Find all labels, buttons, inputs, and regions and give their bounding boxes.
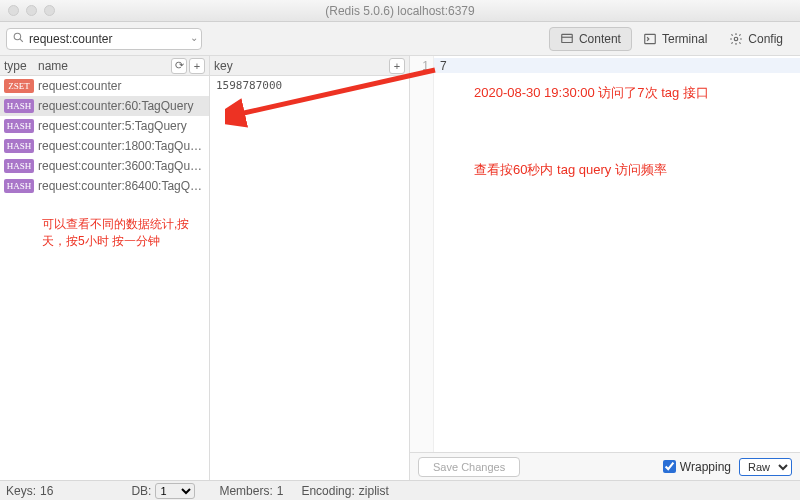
minimize-dot[interactable] (26, 5, 37, 16)
key-row[interactable]: ZSETrequest:counter (0, 76, 209, 96)
window-titlebar: (Redis 5.0.6) localhost:6379 (0, 0, 800, 22)
editor-body[interactable]: 7 2020-08-30 19:30:00 访问了7次 tag 接口 查看按60… (434, 56, 800, 452)
svg-point-0 (14, 33, 21, 40)
key-row[interactable]: HASHrequest:counter:5:TagQuery (0, 116, 209, 136)
content-icon (560, 32, 574, 46)
svg-point-5 (735, 37, 739, 41)
add-key-icon[interactable]: + (189, 58, 205, 74)
chevron-down-icon[interactable]: ⌄ (190, 32, 198, 43)
svg-rect-2 (562, 34, 573, 42)
type-badge: HASH (4, 99, 34, 113)
type-badge: HASH (4, 139, 34, 153)
tab-content[interactable]: Content (549, 27, 632, 51)
format-select[interactable]: Raw (739, 458, 792, 476)
status-bar: Keys: 16 DB: 1 Members: 1 Encoding: zipl… (0, 480, 800, 500)
svg-line-1 (20, 39, 23, 42)
line-gutter: 1 (410, 56, 434, 452)
col-key[interactable]: key (214, 59, 387, 73)
save-button[interactable]: Save Changes (418, 457, 520, 477)
key-name: request:counter (38, 79, 205, 93)
refresh-icon[interactable]: ⟳ (171, 58, 187, 74)
type-badge: HASH (4, 159, 34, 173)
search-input[interactable] (6, 28, 202, 50)
db-select[interactable]: 1 (155, 483, 195, 499)
close-dot[interactable] (8, 5, 19, 16)
traffic-lights (8, 5, 55, 16)
key-row[interactable]: HASHrequest:counter:86400:TagQ… (0, 176, 209, 196)
wrapping-checkbox[interactable]: Wrapping (663, 460, 731, 474)
gear-icon (729, 32, 743, 46)
toolbar: ⌄ Content Terminal Config (0, 22, 800, 56)
key-list-pane: type name ⟳ + ZSETrequest:counterHASHreq… (0, 56, 210, 480)
annotation-right-2: 查看按60秒内 tag query 访问频率 (474, 161, 667, 179)
svg-rect-4 (645, 34, 656, 43)
key-name: request:counter:1800:TagQue… (38, 139, 205, 153)
type-badge: ZSET (4, 79, 34, 93)
window-title: (Redis 5.0.6) localhost:6379 (325, 4, 474, 18)
type-badge: HASH (4, 119, 34, 133)
field-row[interactable]: 1598787000 (210, 76, 409, 94)
key-name: request:counter:60:TagQuery (38, 99, 205, 113)
type-badge: HASH (4, 179, 34, 193)
zoom-dot[interactable] (44, 5, 55, 16)
key-name: request:counter:86400:TagQ… (38, 179, 205, 193)
value-editor-pane: 1 7 2020-08-30 19:30:00 访问了7次 tag 接口 查看按… (410, 56, 800, 480)
key-row[interactable]: HASHrequest:counter:60:TagQuery (0, 96, 209, 116)
add-field-icon[interactable]: + (389, 58, 405, 74)
tab-config[interactable]: Config (718, 27, 794, 51)
key-name: request:counter:3600:TagQu… (38, 159, 205, 173)
key-row[interactable]: HASHrequest:counter:3600:TagQu… (0, 156, 209, 176)
col-name[interactable]: name (38, 59, 169, 73)
annotation-right-1: 2020-08-30 19:30:00 访问了7次 tag 接口 (474, 84, 709, 102)
key-row[interactable]: HASHrequest:counter:1800:TagQue… (0, 136, 209, 156)
terminal-icon (643, 32, 657, 46)
col-type[interactable]: type (4, 59, 38, 73)
annotation-left: 可以查看不同的数据统计,按天，按5小时 按一分钟 (0, 196, 209, 260)
key-name: request:counter:5:TagQuery (38, 119, 205, 133)
hash-field-pane: key + 1598787000 (210, 56, 410, 480)
search-icon (12, 31, 25, 44)
tab-terminal[interactable]: Terminal (632, 27, 718, 51)
